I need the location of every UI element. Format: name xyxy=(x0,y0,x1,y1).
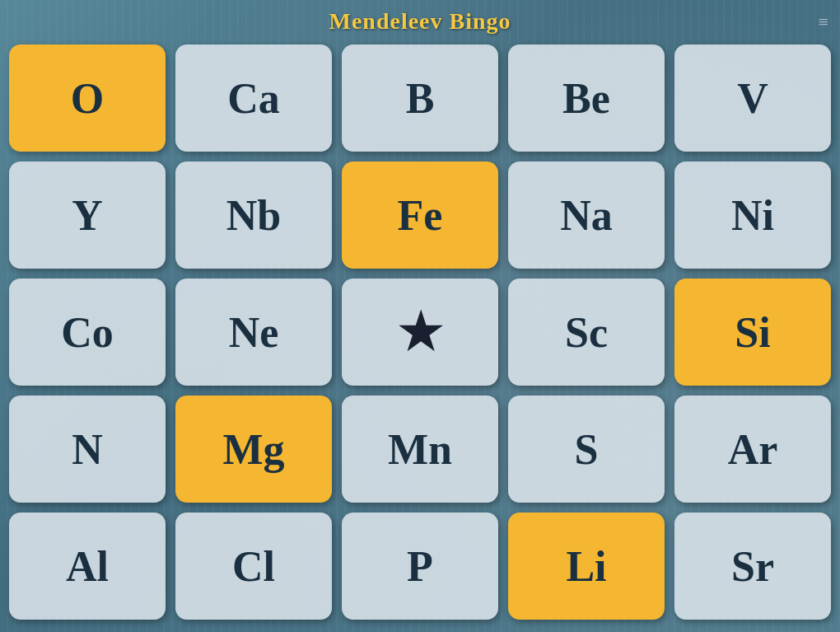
bingo-cell-Mg[interactable]: Mg xyxy=(175,396,332,503)
page-title: Mendeleev Bingo xyxy=(329,8,511,35)
bingo-cell-V[interactable]: V xyxy=(674,44,831,152)
bingo-cell-Al[interactable]: Al xyxy=(9,513,166,620)
bingo-cell-Sr[interactable]: Sr xyxy=(674,513,831,620)
bingo-cell-Y[interactable]: Y xyxy=(9,162,166,269)
bingo-cell-Ca[interactable]: Ca xyxy=(175,44,332,152)
bingo-cell-N[interactable]: N xyxy=(9,396,166,503)
bingo-cell-Si[interactable]: Si xyxy=(674,279,831,386)
bingo-cell-Cl[interactable]: Cl xyxy=(175,513,332,620)
bingo-cell-Co[interactable]: Co xyxy=(9,279,166,386)
bingo-cell-P[interactable]: P xyxy=(342,513,498,620)
menu-icon[interactable]: ≡ xyxy=(819,12,828,33)
bingo-cell-Sc[interactable]: Sc xyxy=(508,279,665,386)
bingo-cell-Nb[interactable]: Nb xyxy=(175,162,332,269)
bingo-cell-Na[interactable]: Na xyxy=(508,162,665,269)
bingo-cell-Ne[interactable]: Ne xyxy=(175,279,332,386)
bingo-cell-Be[interactable]: Be xyxy=(508,44,665,152)
bingo-cell-Li[interactable]: Li xyxy=(508,513,665,620)
bingo-cell-B[interactable]: B xyxy=(342,44,498,152)
bingo-cell-Mn[interactable]: Mn xyxy=(342,396,498,503)
bingo-cell-Fe[interactable]: Fe xyxy=(342,162,498,269)
bingo-cell-O[interactable]: O xyxy=(9,44,166,152)
bingo-grid: OCaBBeVYNbFeNaNiCoNe★ScSiNMgMnSArAlClPLi… xyxy=(9,44,831,620)
bingo-cell-Ni[interactable]: Ni xyxy=(674,162,831,269)
bingo-cell-S[interactable]: S xyxy=(508,396,665,503)
bingo-cell-star[interactable]: ★ xyxy=(342,279,498,386)
bingo-cell-Ar[interactable]: Ar xyxy=(674,396,831,503)
